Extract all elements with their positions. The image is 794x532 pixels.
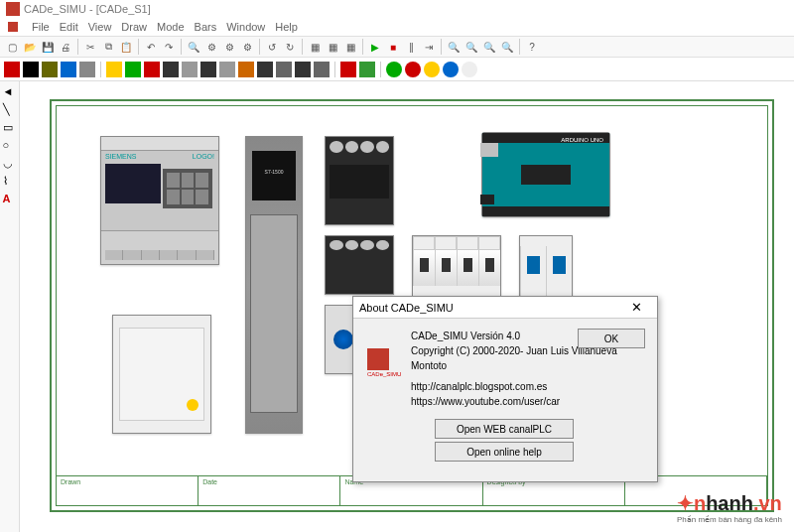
device-rcd[interactable] (112, 315, 211, 434)
separator (259, 39, 260, 55)
pause-icon[interactable]: ‖ (403, 39, 419, 55)
tool-icon[interactable]: ⚙ (203, 39, 219, 55)
menu-window[interactable]: Window (226, 21, 265, 33)
polyline-icon[interactable]: ⌇ (3, 175, 17, 189)
tb-date: Date (198, 476, 340, 505)
zoom-in-icon[interactable]: 🔍 (446, 39, 462, 55)
separator (138, 39, 139, 55)
stop-icon[interactable]: ■ (385, 39, 401, 55)
tool-icon[interactable]: ⚙ (221, 39, 237, 55)
comp-icon[interactable] (144, 62, 160, 77)
menu-draw[interactable]: Draw (121, 21, 147, 33)
close-icon[interactable]: ✕ (621, 300, 651, 315)
cut-icon[interactable]: ✂ (82, 39, 98, 55)
menu-file[interactable]: File (32, 21, 50, 33)
menu-help[interactable]: Help (275, 21, 298, 33)
separator (334, 62, 335, 77)
component-toolbar (0, 58, 794, 81)
print-icon[interactable]: 🖨 (58, 39, 73, 55)
watermark-subtitle: Phần mềm bán hàng đa kênh (677, 515, 782, 524)
dialog-titlebar[interactable]: About CADe_SIMU ✕ (353, 297, 657, 319)
comp-lamp-red-icon[interactable] (405, 62, 421, 77)
ok-button[interactable]: OK (578, 329, 645, 348)
app-logo-icon: CADe_SIMU (367, 348, 397, 378)
arc-icon[interactable]: ◡ (3, 157, 17, 171)
comp-lamp-blue-icon[interactable] (443, 62, 459, 77)
about-url2: https://www.youtube.com/user/car (411, 394, 645, 409)
comp-wire-icon[interactable] (4, 62, 20, 77)
pointer-icon[interactable]: ◄ (3, 85, 17, 99)
rect-icon[interactable]: ▭ (3, 121, 17, 135)
device-siemens-logo[interactable]: SIEMENSLOGO! (100, 136, 219, 265)
window-title: CADe_SIMU - [CADe_S1] (24, 3, 151, 15)
comp-icon[interactable] (200, 62, 216, 77)
comp-lamp-green-icon[interactable] (386, 62, 402, 77)
open-web-button[interactable]: Open WEB canalPLC (435, 419, 574, 439)
separator (362, 39, 363, 55)
step-icon[interactable]: ⇥ (421, 39, 437, 55)
separator (380, 62, 381, 77)
device-contactor[interactable] (325, 136, 394, 225)
separator (181, 39, 182, 55)
about-dialog: About CADe_SIMU ✕ OK CADe_SIMU CADe_SIMU… (352, 296, 658, 482)
zoom-all-icon[interactable]: 🔍 (499, 39, 515, 55)
comp-icon[interactable] (276, 62, 292, 77)
open-icon[interactable]: 📂 (22, 39, 38, 55)
tool-icon[interactable]: ⚙ (239, 39, 255, 55)
open-help-button[interactable]: Open online help (435, 442, 574, 462)
menu-bar: File Edit View Draw Mode Bars Window Hel… (0, 18, 794, 36)
comp-led-red-icon[interactable] (340, 62, 356, 77)
copy-icon[interactable]: ⧉ (100, 39, 116, 55)
grid-icon[interactable]: ▦ (342, 39, 358, 55)
grid-icon[interactable]: ▦ (307, 39, 323, 55)
menu-mode[interactable]: Mode (157, 21, 185, 33)
find-icon[interactable]: 🔍 (186, 39, 201, 55)
menu-bars[interactable]: Bars (195, 21, 217, 33)
device-contactor-aux[interactable] (325, 235, 394, 295)
comp-icon[interactable] (219, 62, 235, 77)
left-toolbar: ◄ ╲ ▭ ○ ◡ ⌇ A (0, 81, 20, 532)
comp-icon[interactable] (61, 62, 76, 77)
comp-icon[interactable] (23, 62, 39, 77)
comp-icon[interactable] (79, 62, 95, 77)
help-icon[interactable]: ? (524, 39, 540, 55)
comp-icon[interactable] (238, 62, 254, 77)
rotate-left-icon[interactable]: ↺ (264, 39, 280, 55)
paste-icon[interactable]: 📋 (118, 39, 134, 55)
new-icon[interactable]: ▢ (4, 39, 20, 55)
system-menu-icon[interactable] (8, 22, 18, 32)
comp-icon[interactable] (295, 62, 311, 77)
comp-icon[interactable] (106, 62, 122, 77)
comp-lamp-white-icon[interactable] (462, 62, 477, 77)
comp-icon[interactable] (125, 62, 141, 77)
device-s7-1500[interactable]: S7-1500 (245, 136, 303, 434)
comp-icon[interactable] (42, 62, 58, 77)
comp-lamp-yellow-icon[interactable] (424, 62, 440, 77)
watermark: ✦nhanh.vn Phần mềm bán hàng đa kênh (677, 491, 782, 524)
circle-icon[interactable]: ○ (3, 139, 17, 153)
zoom-out-icon[interactable]: 🔍 (463, 39, 479, 55)
watermark-brand: ✦nhanh.vn (677, 491, 782, 515)
grid-icon[interactable]: ▦ (325, 39, 340, 55)
redo-icon[interactable]: ↷ (161, 39, 177, 55)
main-toolbar: ▢ 📂 💾 🖨 ✂ ⧉ 📋 ↶ ↷ 🔍 ⚙ ⚙ ⚙ ↺ ↻ ▦ ▦ ▦ ▶ ■ … (0, 36, 794, 58)
text-icon[interactable]: A (3, 193, 17, 206)
comp-icon[interactable] (163, 62, 179, 77)
zoom-fit-icon[interactable]: 🔍 (481, 39, 497, 55)
separator (302, 39, 303, 55)
comp-icon[interactable] (182, 62, 198, 77)
comp-icon[interactable] (314, 62, 330, 77)
device-arduino-uno[interactable]: ARDUINO UNO (481, 132, 610, 217)
undo-icon[interactable]: ↶ (143, 39, 159, 55)
save-icon[interactable]: 💾 (40, 39, 56, 55)
comp-icon[interactable] (257, 62, 273, 77)
window-titlebar: CADe_SIMU - [CADe_S1] (0, 0, 794, 18)
line-icon[interactable]: ╲ (3, 103, 17, 117)
rotate-right-icon[interactable]: ↻ (282, 39, 298, 55)
menu-view[interactable]: View (88, 21, 112, 33)
play-icon[interactable]: ▶ (367, 39, 383, 55)
app-icon (6, 2, 20, 16)
menu-edit[interactable]: Edit (60, 21, 78, 33)
comp-led-green-icon[interactable] (359, 62, 375, 77)
separator (441, 39, 442, 55)
